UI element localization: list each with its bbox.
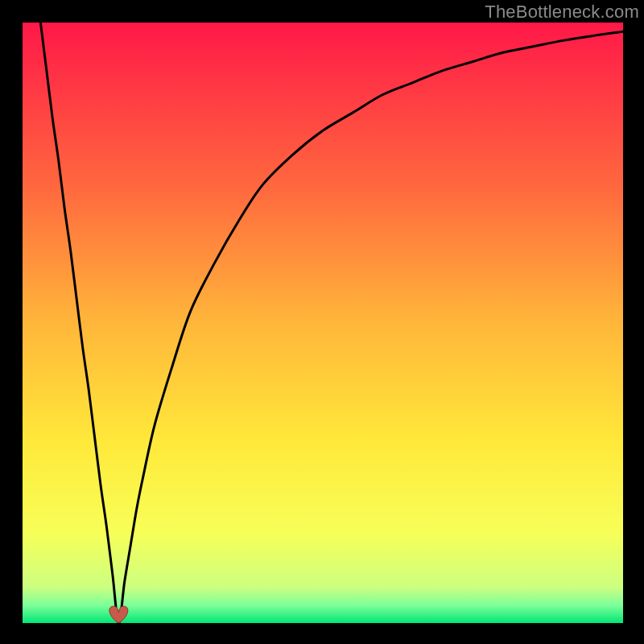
gradient-background — [23, 23, 623, 623]
watermark-text: TheBottleneck.com — [485, 2, 639, 23]
plot-area — [23, 23, 623, 623]
chart-frame: TheBottleneck.com — [0, 0, 644, 644]
bottleneck-chart — [23, 23, 623, 623]
